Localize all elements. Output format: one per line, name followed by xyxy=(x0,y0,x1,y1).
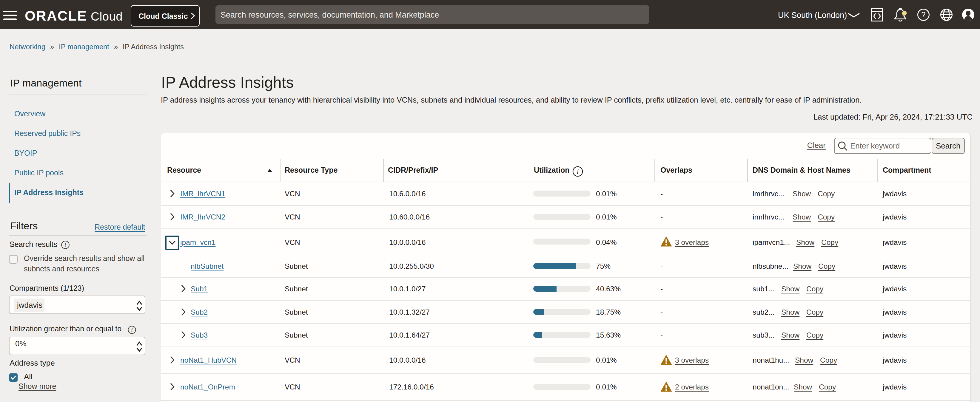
svg-text:?: ? xyxy=(921,10,926,19)
svg-text:i: i xyxy=(577,168,579,175)
svg-text:i: i xyxy=(131,327,132,333)
svg-text:i: i xyxy=(64,242,66,248)
